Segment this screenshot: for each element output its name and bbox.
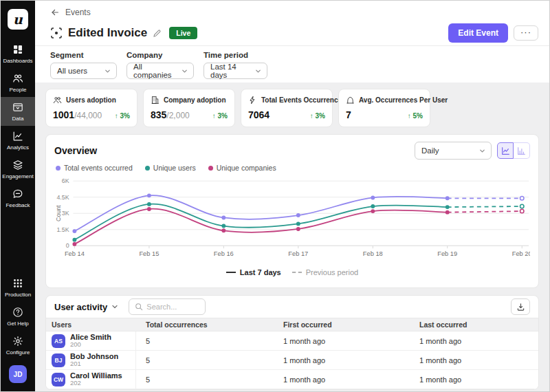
sidebar-item-engagement[interactable]: Engagement	[1, 155, 35, 184]
user-id: 201	[70, 360, 118, 368]
more-options-button[interactable]: ···	[514, 25, 538, 41]
user-activity-dropdown[interactable]: User activity	[54, 302, 119, 312]
building-icon	[151, 96, 160, 105]
chevron-down-icon	[104, 67, 111, 75]
sidebar-item-feedback[interactable]: Feedback	[1, 184, 35, 213]
avatar: BJ	[52, 353, 65, 367]
line-chart-toggle-button[interactable]	[497, 142, 514, 159]
search-icon	[135, 303, 143, 311]
cell-total-occurrences: 5	[136, 356, 274, 364]
user-avatar[interactable]: JD	[9, 365, 27, 383]
table-row[interactable]: BJ Bob Johnson 201 5 1 month ago 1 month…	[46, 351, 538, 370]
sidebar-item-label: Configure	[6, 349, 30, 356]
legend-dot	[145, 166, 150, 171]
stat-label: Company adoption	[164, 96, 226, 104]
stats-row: Users adoption 1001 /44,000 ↑ 3% Company…	[45, 89, 539, 127]
sidebar-item-label: Engagement	[2, 173, 33, 179]
svg-text:0: 0	[66, 242, 69, 249]
stat-value: 7	[346, 109, 351, 120]
svg-text:Feb 17: Feb 17	[288, 250, 308, 257]
breadcrumb[interactable]: Events	[50, 7, 538, 18]
sidebar-item-people[interactable]: People	[1, 68, 35, 97]
dashed-legend-label: Previous period	[306, 268, 358, 276]
time-period-select[interactable]: Last 14 days	[204, 63, 267, 79]
user-id: 200	[70, 341, 111, 349]
cell-first-occurred: 1 month ago	[274, 375, 410, 384]
sidebar-item-dashboards[interactable]: Dashboards	[1, 39, 35, 68]
company-select[interactable]: All companies	[126, 63, 194, 79]
users-icon	[53, 96, 62, 105]
legend-label: Unique companies	[217, 164, 276, 172]
stat-label: Total Events Occurrence	[261, 96, 342, 104]
legend-unique-companies[interactable]: Unique companies	[208, 164, 276, 172]
stat-value: 835	[151, 109, 166, 120]
production-icon	[12, 278, 23, 289]
sidebar-footer: Production Get Help Configure JD	[1, 273, 35, 391]
cell-first-occurred: 1 month ago	[274, 356, 410, 364]
table-row[interactable]: CW Carol Williams 202 5 1 month ago 1 mo…	[46, 370, 538, 389]
svg-text:Feb 20: Feb 20	[512, 250, 530, 257]
segment-filter-label: Segment	[50, 51, 117, 59]
column-header-users: Users	[46, 320, 136, 329]
table-header: Users Total occurrences First occurred L…	[46, 318, 538, 331]
stat-delta-badge: ↑ 3%	[212, 112, 228, 120]
stat-label: Avg. Occurrences Per User	[359, 96, 448, 104]
chart-type-toggle	[497, 142, 530, 159]
stat-delta-badge: ↑ 3%	[115, 112, 130, 120]
legend-unique-users[interactable]: Unique users	[145, 164, 196, 172]
userpilot-logo[interactable]: u	[8, 9, 28, 30]
legend-label: Unique users	[153, 164, 196, 172]
svg-text:6K: 6K	[62, 177, 69, 184]
sidebar: u Dashboards People Data Analytics Engag…	[1, 1, 35, 391]
stat-delta-badge: ↑ 3%	[310, 112, 325, 120]
svg-text:Feb 16: Feb 16	[214, 250, 234, 257]
stat-card-total-events: Total Events Occurrence 7064 ↑ 3%	[241, 89, 333, 127]
segment-select[interactable]: All users	[50, 63, 117, 79]
sidebar-item-production[interactable]: Production	[1, 273, 35, 302]
dashed-line-swatch	[292, 272, 302, 273]
bar-chart-toggle-button[interactable]	[514, 142, 530, 159]
sidebar-item-label: Get Help	[7, 320, 29, 327]
solid-line-swatch	[226, 272, 236, 273]
main-area: Events Edited Invoice Live Edit Event ··…	[35, 1, 549, 391]
chevron-down-icon	[111, 303, 119, 311]
configure-icon	[12, 336, 23, 347]
sidebar-item-analytics[interactable]: Analytics	[1, 126, 35, 155]
download-button[interactable]	[511, 298, 530, 315]
cell-total-occurrences: 5	[136, 337, 274, 345]
stat-card-company-adoption: Company adoption 835 /2,000 ↑ 3%	[143, 89, 235, 127]
table-row[interactable]: AS Alice Smith 200 5 1 month ago 1 month…	[46, 331, 538, 351]
edit-event-button[interactable]: Edit Event	[448, 23, 508, 43]
svg-text:Feb 18: Feb 18	[363, 250, 383, 257]
sidebar-nav: Dashboards People Data Analytics Engagem…	[1, 39, 35, 213]
overview-title: Overview	[54, 145, 97, 156]
stat-value: 7064	[248, 109, 270, 120]
cell-last-occurred: 1 month ago	[410, 356, 538, 364]
interval-select[interactable]: Daily	[415, 142, 492, 160]
live-status-badge: Live	[169, 27, 197, 39]
cell-last-occurred: 1 month ago	[410, 337, 538, 345]
sidebar-item-configure[interactable]: Configure	[1, 331, 35, 360]
stat-delta-badge: ↑ 5%	[408, 112, 423, 120]
segment-select-value: All users	[57, 67, 87, 75]
company-filter: Company All companies	[126, 51, 194, 83]
download-icon	[516, 303, 525, 312]
edit-title-pencil-icon[interactable]	[153, 29, 162, 38]
chevron-down-icon	[181, 67, 188, 75]
search-input[interactable]	[146, 303, 200, 311]
cell-first-occurred: 1 month ago	[274, 337, 410, 345]
legend-dot	[208, 166, 213, 171]
title-row: Edited Invoice Live Edit Event ···	[50, 23, 538, 43]
sidebar-item-get-help[interactable]: Get Help	[1, 302, 35, 331]
sidebar-item-label: Analytics	[7, 144, 29, 151]
stat-total: /2,000	[166, 111, 189, 120]
chevron-down-icon	[478, 147, 486, 155]
interval-select-value: Daily	[421, 146, 439, 155]
chevron-down-icon	[254, 67, 262, 75]
svg-text:1.5K: 1.5K	[56, 226, 69, 233]
stat-label: Users adoption	[66, 96, 116, 104]
sidebar-item-data[interactable]: Data	[1, 97, 35, 126]
page-title: Edited Invoice	[68, 26, 147, 40]
app-window: u Dashboards People Data Analytics Engag…	[0, 0, 550, 392]
legend-total-events[interactable]: Total events occurred	[56, 164, 133, 172]
